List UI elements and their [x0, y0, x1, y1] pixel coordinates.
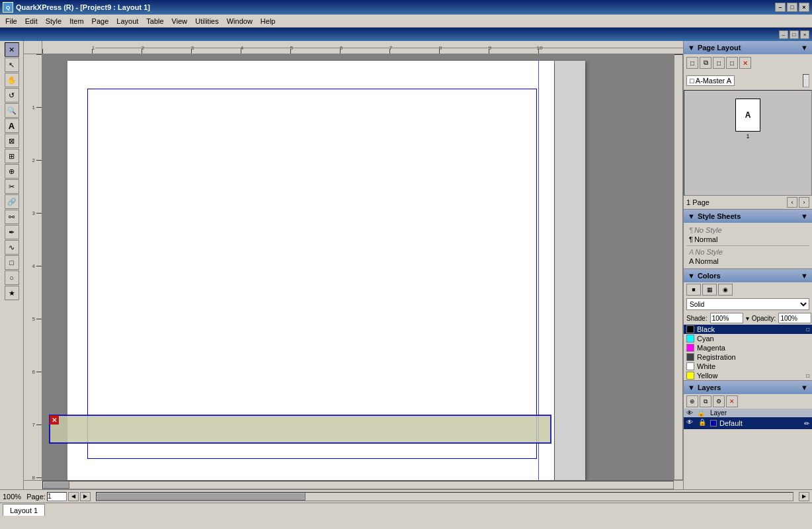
color-item-yellow[interactable]: Yellow □ — [684, 371, 812, 380]
move-page-btn[interactable]: □ — [713, 57, 725, 69]
v-ruler-label-5: 5 — [32, 316, 35, 322]
page-layout-tools: □ ⧉ □ □ ✕ — [684, 54, 812, 71]
menu-layout[interactable]: Layout — [112, 16, 142, 26]
page-number-input[interactable] — [47, 492, 67, 501]
menu-page[interactable]: Page — [88, 16, 113, 26]
doc-minimize-button[interactable]: – — [779, 30, 788, 39]
page-canvas[interactable]: ✕ — [42, 54, 674, 480]
master-scroll[interactable] — [803, 74, 809, 87]
para-normal-label: Normal — [694, 235, 717, 243]
solid-color-btn[interactable]: ■ — [686, 284, 701, 296]
menu-help[interactable]: Help — [257, 16, 280, 26]
menu-edit[interactable]: Edit — [21, 16, 42, 26]
style-sheets-header[interactable]: ▼ Style Sheets ▼ — [684, 210, 812, 223]
blend-type-row: Solid — [684, 297, 812, 311]
tab-layout-1[interactable]: Layout 1 — [3, 504, 45, 516]
color-item-black[interactable]: Black □ — [684, 325, 812, 334]
color-item-white[interactable]: White — [684, 362, 812, 371]
master-page-item[interactable]: □ A-Master A — [686, 75, 735, 86]
color-item-cyan[interactable]: Cyan — [684, 334, 812, 343]
rect-draw-tool[interactable]: □ — [5, 255, 19, 270]
page-label: Page: — [26, 493, 46, 501]
menu-item[interactable]: Item — [65, 16, 87, 26]
hand-tool[interactable]: ✋ — [5, 73, 19, 87]
page-thumbnail-1[interactable]: A — [735, 99, 760, 132]
close-tool[interactable]: ✕ — [5, 42, 19, 57]
menu-view[interactable]: View — [168, 16, 192, 26]
line-tool[interactable]: ⊕ — [5, 164, 19, 179]
style-sheets-panel: ▼ Style Sheets ▼ ¶ No Style ¶ Normal — [684, 210, 812, 269]
menu-table[interactable]: Table — [142, 16, 167, 26]
star-draw-tool[interactable]: ★ — [5, 286, 19, 300]
table-tool[interactable]: ⊞ — [5, 149, 19, 163]
delete-layer-btn[interactable]: ✕ — [726, 395, 738, 407]
pen-tool[interactable]: ✒ — [5, 225, 19, 239]
colors-header[interactable]: ▼ Colors ▼ — [684, 269, 812, 282]
delete-page-btn[interactable]: ✕ — [739, 57, 751, 69]
doc-maximize-button[interactable]: □ — [790, 30, 799, 39]
horizontal-scrollbar[interactable] — [42, 481, 674, 489]
colors-options[interactable]: ▼ — [801, 272, 808, 280]
select-tool[interactable]: ↖ — [5, 58, 19, 72]
bezier-tool[interactable]: ∿ — [5, 240, 19, 255]
blend-type-select[interactable]: Solid — [686, 298, 809, 310]
close-button[interactable]: × — [799, 3, 809, 12]
page-layout-header[interactable]: ▼ Page Layout ▼ — [684, 41, 812, 54]
insert-page-btn[interactable]: □ — [726, 57, 738, 69]
para-style-nostyle[interactable]: ¶ No Style — [686, 225, 809, 235]
new-layer-btn[interactable]: ⊕ — [686, 395, 698, 407]
para-style-normal[interactable]: ¶ Normal — [686, 235, 809, 244]
scissors-tool[interactable]: ✂ — [5, 179, 19, 194]
vertical-scrollbar[interactable] — [674, 54, 683, 480]
opacity-input[interactable] — [778, 313, 811, 323]
page-thumb-area: A 1 — [684, 90, 812, 196]
go-next-page-btn[interactable]: ▶ — [80, 492, 91, 501]
char-style-nostyle[interactable]: A No Style — [686, 247, 809, 257]
unlink-tool[interactable]: ⚯ — [5, 210, 19, 224]
copy-page-btn[interactable]: ⧉ — [700, 57, 711, 69]
shade-opacity-row: Shade: ▾ Opacity: ▾ — [684, 311, 812, 325]
char-style-normal[interactable]: A Normal — [686, 257, 809, 266]
style-sheets-content: ¶ No Style ¶ Normal A No Style A Normal — [684, 223, 812, 268]
copy-layer-btn[interactable]: ⧉ — [700, 395, 711, 407]
picture-box-tool[interactable]: ⊠ — [5, 134, 19, 148]
para-nostyle-label: No Style — [694, 226, 722, 234]
close-box-btn[interactable]: ✕ — [50, 415, 59, 425]
zoom-tool[interactable]: 🔍 — [5, 103, 19, 118]
menu-window[interactable]: Window — [223, 16, 257, 26]
page-layout-options[interactable]: ▼ — [801, 44, 808, 52]
color-item-magenta[interactable]: Magenta — [684, 343, 812, 352]
new-master-page-btn[interactable]: □ — [686, 57, 698, 69]
doc-close-button[interactable]: × — [800, 30, 809, 39]
layer-default[interactable]: 👁 🔒 Default ✏ — [684, 417, 812, 429]
menu-file[interactable]: File — [1, 16, 21, 26]
v-ruler-tick-5 — [36, 319, 42, 319]
shade-dropdown[interactable]: ▾ — [746, 315, 749, 322]
layer-settings-btn[interactable]: ⚙ — [713, 395, 725, 407]
layers-panel: ▼ Layers ▼ ⊕ ⧉ ⚙ ✕ 👁 🔒 Layer 👁 🔒 Defau — [684, 381, 812, 489]
link-tool[interactable]: 🔗 — [5, 194, 19, 209]
rotate-tool[interactable]: ↺ — [5, 88, 19, 102]
radial-grad-btn[interactable]: ◉ — [718, 284, 733, 296]
text-tool[interactable]: A — [5, 118, 19, 133]
go-prev-page-btn[interactable]: ◀ — [68, 492, 79, 501]
scroll-right-btn[interactable]: ▶ — [799, 492, 809, 501]
page-nav-prev[interactable]: ‹ — [787, 197, 797, 208]
ruler-label-8: 8 — [439, 45, 442, 51]
linear-grad-btn[interactable]: ▦ — [702, 284, 717, 296]
style-sheets-options[interactable]: ▼ — [801, 212, 808, 220]
color-name-magenta: Magenta — [697, 344, 725, 352]
page-nav-next[interactable]: › — [799, 197, 809, 208]
layers-options[interactable]: ▼ — [801, 384, 808, 391]
selected-text-box[interactable]: ✕ — [49, 415, 551, 444]
h-scrollbar-bottom[interactable] — [96, 492, 793, 501]
shade-input[interactable] — [710, 313, 743, 323]
layer-color-indicator — [710, 420, 717, 427]
menu-style[interactable]: Style — [42, 16, 65, 26]
layers-header[interactable]: ▼ Layers ▼ — [684, 381, 812, 394]
color-item-registration[interactable]: Registration — [684, 352, 812, 362]
menu-utilities[interactable]: Utilities — [191, 16, 222, 26]
maximize-button[interactable]: □ — [787, 3, 797, 12]
minimize-button[interactable]: – — [775, 3, 786, 12]
oval-draw-tool[interactable]: ○ — [5, 270, 19, 285]
